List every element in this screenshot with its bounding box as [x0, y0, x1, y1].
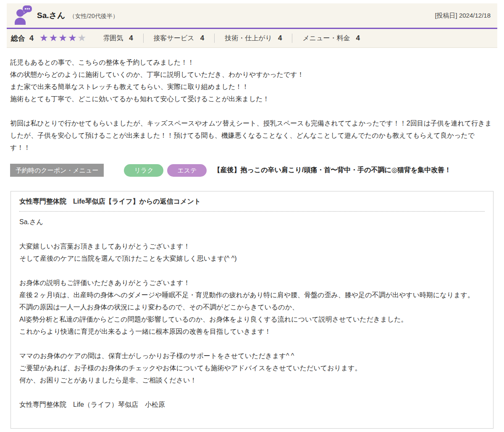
overall-rating-label: 総合 [11, 34, 25, 43]
star-icon: ★ [39, 32, 49, 43]
rating-item-value: 4 [129, 34, 133, 42]
rating-item-menu-price: メニュー・料金 4 [302, 34, 360, 43]
tag-relaxation: リラク [124, 164, 163, 177]
overall-rating-value: 4 [29, 34, 34, 43]
rating-bar: 総合 4 ★★★★★ 雰囲気 4 接客サービス 4 技術・仕上がり 4 メニュー… [7, 29, 497, 48]
rating-item-label: 技術・仕上がり [225, 34, 272, 43]
category-tags: リラク エステ [124, 164, 207, 177]
rating-item-value: 4 [278, 34, 282, 42]
rating-item-technique: 技術・仕上がり 4 [225, 34, 282, 43]
reviewer-profile: （女性/20代後半） [69, 11, 118, 20]
star-icon: ★ [58, 32, 68, 43]
rating-item-label: 雰囲気 [103, 34, 123, 43]
star-icon: ★ [49, 32, 59, 43]
post-date: [投稿日] 2024/12/18 [435, 12, 491, 20]
reviewer-avatar-icon [13, 5, 33, 27]
rating-item-atmosphere: 雰囲気 4 [103, 34, 133, 43]
star-icon: ★ [68, 32, 78, 43]
review-body: 託児もあるとの事で、こちらの整体を予約してみました！！ 体の状態からどのように施… [7, 48, 497, 154]
rating-item-value: 4 [200, 34, 204, 42]
coupon-menu-label: 予約時のクーポン・メニュー [10, 164, 104, 177]
rating-items: 雰囲気 4 接客サービス 4 技術・仕上がり 4 メニュー・料金 4 [103, 34, 360, 43]
rating-item-label: メニュー・料金 [302, 34, 350, 43]
divider [292, 34, 292, 43]
coupon-row: 予約時のクーポン・メニュー リラク エステ 【産後】抱っこの辛い肩こり/頭痛・首… [10, 164, 494, 177]
review-header: Sa.さん （女性/20代後半） [投稿日] 2024/12/18 [7, 3, 497, 29]
rating-item-label: 接客サービス [154, 34, 194, 43]
coupon-title: 【産後】抱っこの辛い肩こり/頭痛・首〜背中・手の不調に◎猫背を集中改善！ [213, 166, 451, 175]
salon-reply-box: 女性専門整体院 Life琴似店【ライフ】からの返信コメント Sa.さん 大変嬉し… [10, 191, 494, 429]
tag-esthetic: エステ [167, 164, 207, 177]
reviewer-name: Sa.さん [37, 10, 65, 21]
review-page: Sa.さん （女性/20代後半） [投稿日] 2024/12/18 総合 4 ★… [0, 0, 504, 429]
star-icon: ★ [78, 32, 87, 43]
salon-reply-body: Sa.さん 大変嬉しいお言葉お頂きましてありがとうございます！ そして産後のケア… [19, 212, 485, 411]
salon-reply-title: 女性専門整体院 Life琴似店【ライフ】からの返信コメント [19, 197, 485, 212]
rating-item-service: 接客サービス 4 [154, 34, 205, 43]
divider [214, 34, 215, 43]
star-rating: ★★★★★ [39, 33, 87, 43]
divider [143, 34, 144, 43]
rating-item-value: 4 [356, 34, 360, 42]
